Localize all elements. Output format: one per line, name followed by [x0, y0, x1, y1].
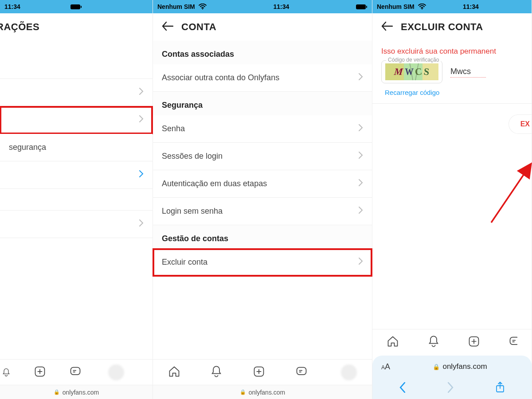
section-security: Segurança	[153, 92, 372, 115]
settings-row-security[interactable]: segurança	[0, 134, 153, 161]
svg-rect-1	[81, 6, 82, 8]
message-icon[interactable]	[69, 365, 82, 379]
chevron-right-icon	[359, 73, 363, 82]
row-passwordless-login[interactable]: Login sem senha	[153, 198, 372, 225]
share-icon[interactable]	[495, 382, 505, 395]
chevron-right-icon	[139, 115, 144, 125]
bell-icon[interactable]	[210, 365, 223, 379]
list-item-label: Login sem senha	[162, 207, 223, 216]
screenshot-panel-1: 11:34 GURAÇÕES segurança	[0, 0, 153, 399]
page-title: EXCLUIR CONTA	[401, 21, 483, 33]
section-linked-accounts: Contas associadas	[153, 41, 372, 64]
plus-square-icon[interactable]	[34, 365, 46, 379]
home-icon[interactable]	[387, 335, 399, 349]
avatar[interactable]	[108, 364, 124, 380]
chevron-right-icon	[359, 258, 363, 267]
lock-icon: 🔒	[240, 389, 246, 395]
settings-row-profile[interactable]	[0, 41, 153, 79]
lock-icon: 🔒	[433, 364, 440, 370]
page-title: CONTA	[181, 21, 216, 33]
plus-square-icon[interactable]	[468, 335, 480, 349]
page-header: EXCLUIR CONTA	[372, 13, 532, 41]
url-text: onlyfans.com	[442, 362, 487, 371]
back-arrow-icon[interactable]	[162, 21, 173, 33]
browser-url-bar: 🔒 onlyfans.com	[153, 385, 372, 399]
svg-point-9	[422, 8, 422, 9]
list-item-label: Sessões de login	[162, 152, 223, 161]
svg-rect-5	[356, 4, 366, 9]
status-time: 11:34	[4, 3, 20, 10]
page-title: GURAÇÕES	[0, 21, 39, 33]
captcha-letter: C	[415, 66, 423, 78]
plus-square-icon[interactable]	[253, 365, 265, 379]
row-2fa[interactable]: Autenticação em duas etapas	[153, 170, 372, 198]
lock-icon: 🔒	[54, 389, 60, 395]
url-text: onlyfans.com	[63, 389, 99, 396]
list-item-label: Autenticação em duas etapas	[162, 179, 267, 188]
captcha-image: M W C S	[385, 63, 438, 80]
row-login-sessions[interactable]: Sessões de login	[153, 143, 372, 170]
row-delete-account[interactable]: Excluir conta	[153, 249, 372, 276]
settings-row-active[interactable]	[0, 161, 153, 189]
bottom-nav	[372, 329, 532, 355]
list-item-label: Associar outra conta do Onlyfans	[162, 73, 279, 82]
home-icon[interactable]	[168, 365, 180, 379]
captcha-row: Código de verificação M W C S	[372, 60, 532, 86]
captcha-field: Código de verificação M W C S	[381, 60, 442, 83]
page-header: GURAÇÕES	[0, 13, 153, 41]
svg-rect-8	[297, 367, 306, 374]
status-bar: 11:34	[0, 0, 153, 13]
captcha-letter: S	[423, 66, 430, 78]
settings-row-generic[interactable]	[0, 210, 153, 238]
svg-rect-3	[71, 367, 80, 374]
row-link-other-account[interactable]: Associar outra conta do Onlyfans	[153, 64, 372, 92]
chevron-right-icon	[359, 152, 363, 161]
safari-toolbar	[372, 378, 532, 399]
svg-rect-12	[510, 337, 518, 344]
status-time: 11:34	[463, 3, 479, 10]
list-item-label: segurança	[9, 143, 46, 152]
battery-icon	[70, 4, 82, 10]
chevron-right-icon	[359, 179, 363, 188]
url-text: onlyfans.com	[249, 389, 285, 396]
section-account-management: Gestão de contas	[153, 225, 372, 249]
status-bar: Nenhum SIM 11:34	[372, 0, 532, 13]
svg-rect-0	[70, 4, 80, 9]
svg-line-10	[491, 165, 530, 223]
message-icon[interactable]	[295, 365, 308, 379]
captcha-legend: Código de verificação	[386, 57, 441, 63]
annotation-arrow-icon	[488, 160, 532, 226]
page-header: CONTA	[153, 13, 372, 41]
list-item-label: Excluir conta	[162, 258, 207, 267]
captcha-letter: M	[394, 66, 403, 78]
settings-row-highlighted[interactable]	[0, 106, 153, 134]
bell-icon[interactable]	[2, 366, 11, 379]
row-password[interactable]: Senha	[153, 115, 372, 143]
browser-forward-icon[interactable]	[447, 382, 454, 395]
wifi-icon	[418, 4, 426, 10]
chevron-right-icon	[139, 170, 144, 180]
status-bar: Nenhum SIM 11:34	[153, 0, 372, 13]
chevron-right-icon	[139, 219, 144, 229]
back-arrow-icon[interactable]	[381, 21, 393, 33]
text-size-control[interactable]: AA	[381, 362, 390, 372]
captcha-letter: W	[404, 66, 414, 78]
carrier-text: Nenhum SIM	[377, 3, 415, 10]
reload-captcha-link[interactable]: Recarregar código	[372, 86, 532, 103]
svg-point-4	[202, 8, 203, 9]
settings-row-account[interactable]	[0, 79, 153, 106]
avatar[interactable]	[341, 364, 357, 380]
browser-back-icon[interactable]	[399, 382, 406, 395]
carrier-text: Nenhum SIM	[157, 3, 195, 10]
screenshot-panel-2: Nenhum SIM 11:34 CONTA Contas associadas…	[153, 0, 372, 399]
bell-icon[interactable]	[427, 335, 440, 349]
message-icon[interactable]	[509, 335, 517, 349]
delete-account-button[interactable]: EX	[509, 114, 532, 134]
bottom-nav	[0, 359, 153, 385]
captcha-input[interactable]	[450, 66, 486, 78]
screenshot-panel-3: Nenhum SIM 11:34 EXCLUIR CONTA Isso excl…	[372, 0, 532, 399]
wifi-icon	[199, 4, 207, 10]
chevron-right-icon	[139, 88, 144, 97]
bottom-nav	[153, 359, 372, 385]
safari-url-bar[interactable]: AA 🔒 onlyfans.com	[372, 356, 532, 378]
